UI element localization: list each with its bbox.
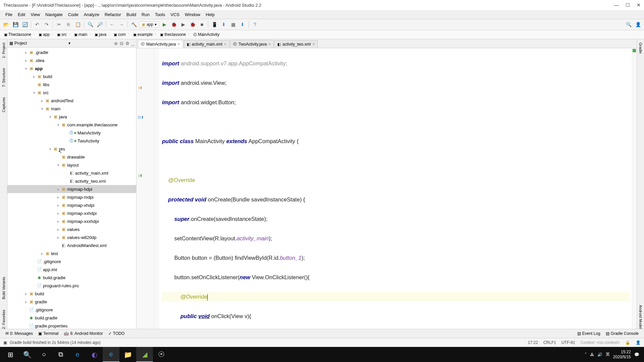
tree-item-layout[interactable]: ▾▣layout: [7, 161, 136, 169]
gear-icon[interactable]: ⚙: [125, 41, 129, 46]
forward-icon[interactable]: →: [117, 20, 125, 28]
avd-icon[interactable]: 📱: [210, 20, 218, 28]
maximize-icon[interactable]: ☐: [626, 2, 630, 8]
tab-android-monitor[interactable]: 🤖6: Android Monitor: [61, 330, 105, 337]
redo-icon[interactable]: ↷: [43, 20, 51, 28]
taskbar-eclipse[interactable]: ◐: [86, 347, 103, 362]
crumb-main[interactable]: ▣main: [73, 32, 89, 37]
tree-item-build-gradle[interactable]: ◉build.gradle: [7, 274, 136, 282]
tab-twoactivity[interactable]: ⒸTwoActivity.java×: [230, 40, 274, 48]
taskbar-edge[interactable]: ｅ: [69, 347, 86, 362]
menu-help[interactable]: Help: [203, 11, 217, 18]
clock[interactable]: 15:22 2020/5/15: [613, 350, 631, 360]
user-icon[interactable]: 👤: [634, 20, 642, 28]
tree-item-manifest[interactable]: ◧AndroidManifest.xml: [7, 241, 136, 249]
taskbar-ie[interactable]: ｅ: [103, 347, 119, 362]
taskbar-obs[interactable]: ⦿: [153, 347, 170, 362]
coverage-icon[interactable]: ▶: [179, 20, 187, 28]
tab-build-variants[interactable]: Build Variants: [2, 277, 6, 299]
crumb-src[interactable]: ▣src: [56, 32, 68, 37]
tree-item-mainactivity[interactable]: Ⓒ▶MainActivity: [7, 129, 136, 137]
tree-item-mipmap-xxhdpi[interactable]: ▸▣mipmap-xxhdpi: [7, 209, 136, 217]
menu-navigate[interactable]: Navigate: [43, 11, 65, 18]
tab-project[interactable]: 1: Project: [2, 43, 6, 58]
code-editor[interactable]: import android.support.v7.app.AppCompatA…: [159, 48, 632, 329]
menu-analyze[interactable]: Analyze: [81, 11, 102, 18]
tree-item-values-w820dp[interactable]: ▸▣values-w820dp: [7, 233, 136, 241]
find-icon[interactable]: 🔍: [86, 20, 94, 28]
tree-item-main[interactable]: ▾▣main: [7, 105, 136, 113]
minimize-icon[interactable]: —: [614, 2, 619, 8]
tree-item-mipmap-xhdpi[interactable]: ▸▣mipmap-xhdpi: [7, 201, 136, 209]
implement-marker-icon[interactable]: I⬆: [138, 174, 143, 179]
menu-view[interactable]: View: [28, 11, 43, 18]
tree-item-app-iml[interactable]: 📄app.iml: [7, 265, 136, 274]
tab-terminal[interactable]: ▣Terminal: [36, 330, 61, 337]
tab-favorites[interactable]: 2: Favorites: [2, 310, 6, 329]
back-icon[interactable]: ←: [108, 20, 116, 28]
tree-item-mipmap-xxxhdpi[interactable]: ▸▣mipmap-xxxhdpi: [7, 217, 136, 225]
tree-item-gradle[interactable]: ▸▣.gradle: [7, 48, 136, 56]
tree-item-build-gradle-root[interactable]: ◉build.gradle: [7, 314, 136, 322]
search-icon[interactable]: 🔍: [625, 20, 633, 28]
file-encoding[interactable]: UTF-8‡: [561, 340, 575, 345]
tab-structure[interactable]: 7: Structure: [2, 68, 6, 87]
project-view-select[interactable]: ▦ Project ▾: [9, 41, 70, 46]
volume-icon[interactable]: 🔊: [597, 352, 602, 357]
cut-icon[interactable]: ✂: [55, 20, 63, 28]
replace-icon[interactable]: 🔎: [96, 20, 104, 28]
tree-item-activity-two-xml[interactable]: ◧activity_two.xml: [7, 177, 136, 185]
sdk-icon[interactable]: ⬇: [220, 20, 228, 28]
close-tab-icon[interactable]: ×: [177, 42, 180, 47]
menu-window[interactable]: Window: [182, 11, 203, 18]
tab-event-log[interactable]: ▤Event Log: [575, 330, 603, 337]
close-icon[interactable]: ✕: [637, 2, 641, 8]
tree-item-drawable[interactable]: ▣drawable: [7, 153, 136, 161]
tree-item-mipmap-hdpi[interactable]: ▸▣mipmap-hdpi: [7, 185, 136, 193]
menu-tools[interactable]: Tools: [152, 11, 168, 18]
tree-item-androidtest[interactable]: ▸▣androidTest: [7, 97, 136, 105]
hide-icon[interactable]: ⎯: [131, 41, 134, 46]
crumb-java[interactable]: ▣java: [93, 32, 108, 37]
project-structure-icon[interactable]: ▦: [229, 20, 237, 28]
tree-item-src[interactable]: ▾▣src: [7, 88, 136, 97]
tree-item-build[interactable]: ▸▣build: [7, 72, 136, 80]
implements-marker-icon[interactable]: I⬆: [138, 86, 143, 91]
make-icon[interactable]: 🔨: [130, 20, 138, 28]
tree-item-gradle-properties[interactable]: 📄gradle.properties: [7, 322, 136, 329]
toggle-tool-windows-icon[interactable]: ▣: [3, 340, 7, 345]
sync-gradle-icon[interactable]: ⬇: [238, 20, 247, 28]
project-tree[interactable]: ▸▣.gradle ▸▣.idea ▾▣app ▸▣build ▣libs ▾▣…: [7, 48, 136, 329]
override-marker-icon[interactable]: O⬆: [138, 115, 143, 121]
tree-item-package[interactable]: ▾▣com.example.theclassone: [7, 121, 136, 129]
crumb-example[interactable]: ▣example: [132, 32, 154, 37]
tree-item-twoactivity[interactable]: Ⓒ▶TwoActivity: [7, 137, 136, 145]
tab-gradle[interactable]: Gradle: [639, 43, 643, 54]
close-tab-icon[interactable]: ×: [224, 42, 226, 47]
debug-icon[interactable]: 🐞: [170, 20, 178, 28]
taskbar-android-studio[interactable]: ◢: [136, 347, 153, 362]
lock-icon[interactable]: 🔒: [625, 340, 630, 345]
tab-activity-main-xml[interactable]: ◧activity_main.xml×: [184, 40, 229, 48]
tree-item-gitignore[interactable]: 📄.gitignore: [7, 257, 136, 265]
line-separator[interactable]: CRLF‡: [543, 340, 556, 345]
menu-run[interactable]: Run: [139, 11, 152, 18]
close-tab-icon[interactable]: ×: [268, 42, 271, 47]
network-icon[interactable]: 🖧: [590, 352, 594, 357]
menu-code[interactable]: Code: [65, 11, 81, 18]
menu-vcs[interactable]: VCS: [168, 11, 182, 18]
ime-indicator[interactable]: 英: [606, 352, 610, 357]
caret-position[interactable]: 17:22: [528, 340, 538, 345]
menu-edit[interactable]: Edit: [15, 11, 28, 18]
tree-item-res[interactable]: ▾▣res↖: [7, 145, 136, 153]
tree-item-libs[interactable]: ▣libs: [7, 80, 136, 88]
tab-captures[interactable]: Captures: [2, 97, 6, 112]
sync-icon[interactable]: 🔄: [21, 20, 29, 28]
undo-icon[interactable]: ↶: [33, 20, 41, 28]
crumb-com[interactable]: ▣com: [112, 32, 127, 37]
context-info[interactable]: Context: <no context>: [581, 340, 620, 345]
tree-item-mipmap-mdpi[interactable]: ▸▣mipmap-mdpi: [7, 193, 136, 201]
hector-icon[interactable]: 👤: [636, 340, 641, 345]
cortana-button[interactable]: ○: [36, 347, 52, 362]
stop-icon[interactable]: ■: [198, 20, 206, 28]
